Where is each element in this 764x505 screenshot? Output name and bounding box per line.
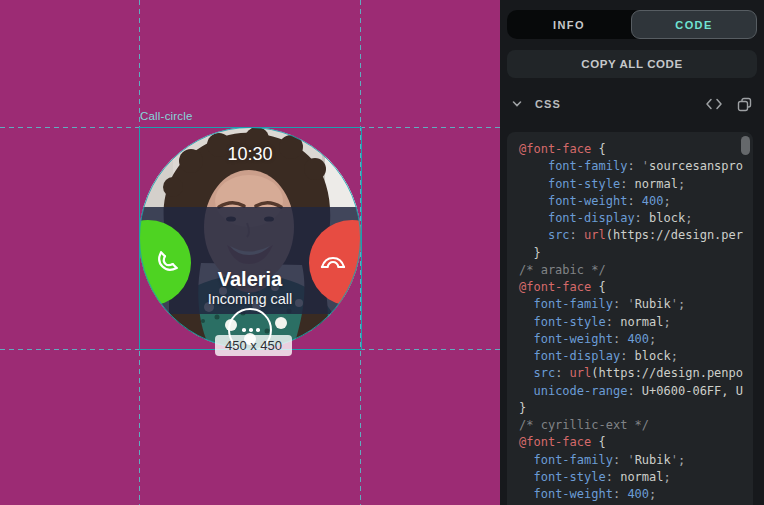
call-time: 10:30 [139, 144, 361, 165]
section-title: CSS [535, 98, 561, 110]
tab-code[interactable]: CODE [631, 10, 757, 39]
css-code-block[interactable]: @font-face { font-family: 'sourcesanspro… [507, 132, 753, 505]
right-sidebar: INFO CODE COPY ALL CODE CSS [500, 0, 764, 505]
caller-name: Valeria [139, 268, 361, 291]
tab-info[interactable]: INFO [507, 10, 631, 39]
copy-all-code-button[interactable]: COPY ALL CODE [507, 50, 757, 78]
snap-guide-right [360, 0, 361, 505]
call-status: Incoming call [139, 291, 361, 307]
copy-icon[interactable] [737, 97, 752, 112]
design-canvas[interactable]: Call-circle [0, 0, 500, 505]
call-circle-shape[interactable]: 10:30 [139, 127, 361, 349]
size-badge: 450 x 450 [215, 335, 292, 356]
code-embed-icon[interactable] [705, 98, 723, 110]
penpot-workspace: Call-circle [0, 0, 764, 505]
panel-tabs: INFO CODE [507, 10, 757, 39]
code-scrollbar-thumb[interactable] [741, 136, 750, 155]
css-code: @font-face { font-family: 'sourcesanspro… [507, 132, 753, 503]
chevron-down-icon[interactable] [512, 100, 522, 108]
css-section-header: CSS [512, 93, 752, 115]
shape-name-label: Call-circle [140, 110, 193, 122]
